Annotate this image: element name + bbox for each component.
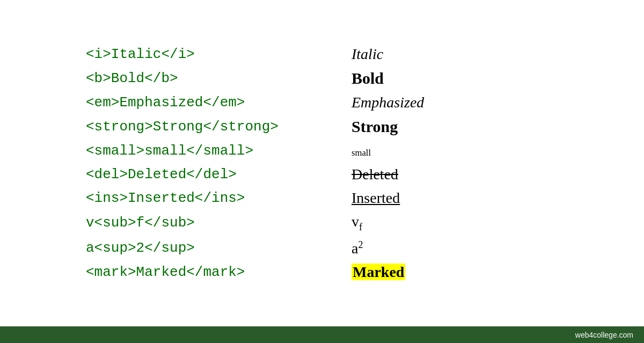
code-mark: <mark>Marked</mark> [80, 260, 346, 284]
table-row: <mark>Marked</mark> Marked [80, 260, 564, 284]
result-strong: Strong [346, 114, 564, 139]
table-row: v<sub>f</sub> vf [80, 210, 564, 236]
result-em: Emphasized [346, 91, 564, 114]
code-sup: a<sup>2</sup> [80, 236, 346, 260]
result-italic: Italic [346, 42, 564, 66]
html-tags-table: <i>Italic</i> Italic <b>Bold</b> Bold <e… [80, 42, 564, 284]
table-row: <b>Bold</b> Bold [80, 66, 564, 91]
table-row: a<sup>2</sup> a2 [80, 236, 564, 260]
footer-bar: web4college.com [0, 326, 644, 343]
code-italic: <i>Italic</i> [80, 42, 346, 66]
main-content: <i>Italic</i> Italic <b>Bold</b> Bold <e… [0, 0, 644, 326]
code-sub: v<sub>f</sub> [80, 210, 346, 236]
table-row: <small>small</small> small [80, 139, 564, 163]
table-row: <del>Deleted</del> Deleted [80, 163, 564, 186]
code-strong: <strong>Strong</strong> [80, 114, 346, 139]
code-ins: <ins>Inserted</ins> [80, 186, 346, 210]
table-row: <strong>Strong</strong> Strong [80, 114, 564, 139]
table-row: <i>Italic</i> Italic [80, 42, 564, 66]
result-bold: Bold [346, 66, 564, 91]
result-sub: vf [346, 210, 564, 236]
code-em: <em>Emphasized</em> [80, 91, 346, 114]
result-sup: a2 [346, 236, 564, 260]
table-row: <ins>Inserted</ins> Inserted [80, 186, 564, 210]
result-small: small [346, 139, 564, 163]
result-del: Deleted [346, 163, 564, 186]
footer-text: web4college.com [575, 331, 633, 339]
code-del: <del>Deleted</del> [80, 163, 346, 186]
code-bold: <b>Bold</b> [80, 66, 346, 91]
result-mark: Marked [346, 260, 564, 284]
result-ins: Inserted [346, 186, 564, 210]
code-small: <small>small</small> [80, 139, 346, 163]
table-row: <em>Emphasized</em> Emphasized [80, 91, 564, 114]
